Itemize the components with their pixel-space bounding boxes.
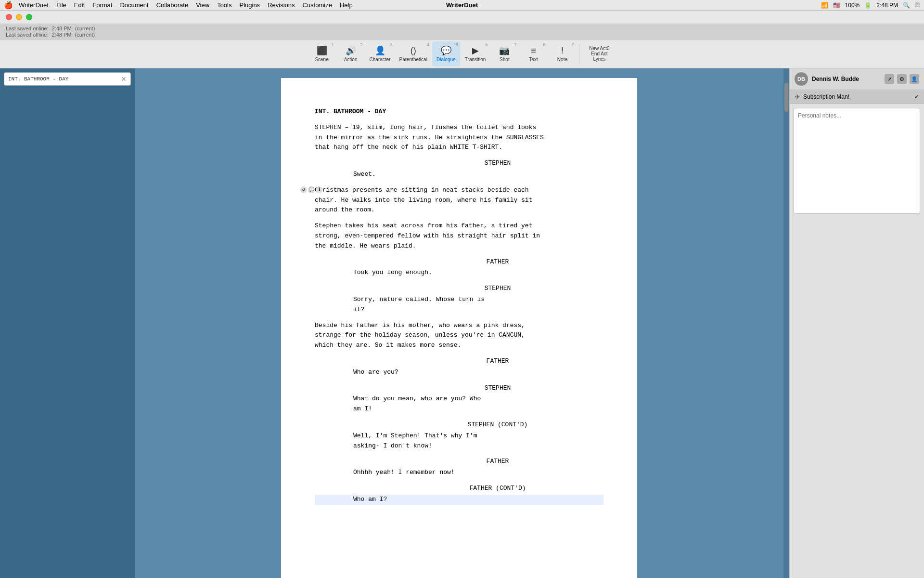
edit-icon-1[interactable]: ↺: [300, 186, 307, 193]
title-bar: 🍎 WriterDuetFileEditFormatDocumentCollab…: [0, 0, 924, 11]
transition-icon: ▶: [472, 45, 479, 56]
minimize-button[interactable]: [16, 14, 22, 20]
character-stephen-2: STEPHEN: [315, 284, 603, 294]
share-icon[interactable]: ↗: [885, 74, 894, 84]
character-father-1: FATHER: [315, 257, 603, 267]
window-title: WriterDuet: [446, 1, 478, 9]
profile-icon[interactable]: 👤: [910, 74, 919, 84]
parenthetical-icon: (): [411, 46, 416, 56]
script-scrollbar[interactable]: [783, 68, 789, 578]
menu-item-file[interactable]: File: [56, 1, 66, 9]
toolbar: 1 ⬛ Scene 2 🔊 Action 3 👤 Character 4 () …: [0, 39, 924, 68]
shot-icon: 📷: [499, 45, 510, 56]
menu-icon[interactable]: ☰: [915, 2, 920, 9]
close-button[interactable]: [6, 14, 12, 20]
subscription-icon: ✈: [795, 93, 800, 101]
toolbar-dialogue[interactable]: 5 💬 Dialogue: [432, 41, 460, 66]
menu-item-help[interactable]: Help: [340, 1, 353, 9]
language-icon: 🇺🇸: [833, 2, 840, 9]
save-bar: Last saved online: 2:48 PM (current) Las…: [0, 24, 924, 39]
toolbar-new-act[interactable]: New Act0 End Act Lyrics: [582, 41, 616, 66]
character-father-2: FATHER: [315, 356, 603, 367]
left-sidebar: INT. BATHROOM - DAY ✕: [0, 68, 135, 578]
time-display: 2:48 PM: [876, 2, 898, 9]
edit-icons: ↺ 💬 ℹ: [300, 186, 322, 193]
title-bar-right: 📶 🇺🇸 100% 🔋 2:48 PM 🔍 ☰: [821, 2, 920, 9]
battery-pct: 100%: [845, 2, 860, 9]
dialogue-father-contd-highlight: Who am I?: [315, 495, 603, 505]
apple-menu[interactable]: 🍎: [4, 1, 13, 10]
action-block-1: STEPHEN – 19, slim, long hair, flushes t…: [315, 123, 603, 153]
toolbar-note[interactable]: 9 ! Note: [548, 41, 576, 66]
notes-area[interactable]: [790, 104, 924, 578]
text-icon: ≡: [531, 46, 536, 56]
dialogue-stephen-2: Sorry, nature called. Whose turn isit?: [315, 295, 603, 315]
menu-item-tools[interactable]: Tools: [217, 1, 231, 9]
edit-icon-2[interactable]: 💬: [308, 186, 315, 193]
script-area[interactable]: INT. BATHROOM - DAY STEPHEN – 19, slim, …: [135, 68, 783, 578]
menu-item-format[interactable]: Format: [92, 1, 112, 9]
scene-search[interactable]: INT. BATHROOM - DAY ✕: [4, 72, 131, 86]
dialogue-stephen-3: What do you mean, who are you? Whoam I!: [315, 394, 603, 414]
toolbar-transition[interactable]: 6 ▶ Transition: [461, 41, 490, 66]
menu-item-document[interactable]: Document: [120, 1, 148, 9]
scene-icon: ⬛: [317, 45, 327, 56]
traffic-lights: [6, 14, 32, 20]
character-stephen-1: STEPHEN: [315, 158, 603, 169]
right-header-icons: ↗ ⚙ 👤: [885, 74, 919, 84]
menu-item-view[interactable]: View: [196, 1, 209, 9]
scene-heading: INT. BATHROOM - DAY: [315, 107, 603, 117]
toolbar-shot[interactable]: 7 📷 Shot: [490, 41, 518, 66]
toolbar-separator: [579, 44, 579, 64]
menu-item-plugins[interactable]: Plugins: [239, 1, 260, 9]
dialogue-father-1: Took you long enough.: [315, 268, 603, 278]
dialogue-father-2: Who are you?: [315, 368, 603, 378]
main-layout: INT. BATHROOM - DAY ✕ INT. BATHROOM - DA…: [0, 68, 924, 578]
action-block-2: Christmas presents are sitting in neat s…: [315, 185, 603, 215]
menu-bar: WriterDuetFileEditFormatDocumentCollabor…: [19, 1, 353, 9]
battery-icon: 🔋: [864, 2, 872, 9]
notes-textarea[interactable]: [794, 108, 920, 214]
online-save-status: Last saved online: 2:48 PM (current): [6, 26, 95, 31]
menu-item-collaborate[interactable]: Collaborate: [156, 1, 189, 9]
action-block-4: Beside his father is his mother, who wea…: [315, 321, 603, 351]
offline-save-status: Last saved offline: 2:48 PM (current): [6, 32, 95, 38]
menu-item-revisions[interactable]: Revisions: [268, 1, 295, 9]
right-panel: DB Dennis W. Budde ↗ ⚙ 👤 ✈ Subscription …: [789, 68, 924, 578]
dialogue-icon: 💬: [441, 45, 451, 56]
action-block-3: Stephen takes his seat across from his f…: [315, 221, 603, 251]
dialogue-stephen-contd: Well, I'm Stephen! That's why I'masking-…: [315, 431, 603, 451]
character-stephen-3: STEPHEN: [315, 383, 603, 394]
settings-icon[interactable]: ⚙: [897, 74, 907, 84]
search-icon[interactable]: 🔍: [903, 2, 910, 9]
script-page[interactable]: INT. BATHROOM - DAY STEPHEN – 19, slim, …: [281, 78, 637, 578]
dialogue-father-3: Ohhhh yeah! I remember now!: [315, 468, 603, 478]
subscription-checkmark: ✓: [914, 93, 919, 100]
subscription-bar[interactable]: ✈ Subscription Man! ✓: [790, 90, 924, 104]
window-chrome: [0, 11, 924, 24]
character-father-contd: FATHER (CONT'D): [315, 484, 603, 494]
note-icon: !: [561, 46, 564, 56]
menu-item-edit[interactable]: Edit: [74, 1, 85, 9]
dialogue-sweet: Sweet.: [315, 170, 603, 180]
toolbar-action[interactable]: 2 🔊 Action: [337, 41, 365, 66]
character-icon: 👤: [375, 45, 385, 56]
action-block-2-wrapper: ↺ 💬 ℹ Christmas presents are sitting in …: [315, 185, 603, 215]
toolbar-character[interactable]: 3 👤 Character: [366, 41, 395, 66]
character-stephen-contd: STEPHEN (CONT'D): [315, 420, 603, 430]
user-avatar: DB: [795, 72, 808, 86]
toolbar-parenthetical[interactable]: 4 () Parenthetical: [395, 41, 431, 66]
wifi-icon: 📶: [821, 2, 828, 9]
scene-search-text: INT. BATHROOM - DAY: [8, 76, 68, 82]
maximize-button[interactable]: [26, 14, 32, 20]
toolbar-scene[interactable]: 1 ⬛ Scene: [308, 41, 336, 66]
character-father-3: FATHER: [315, 457, 603, 467]
save-info: Last saved online: 2:48 PM (current) Las…: [6, 26, 95, 38]
action-icon: 🔊: [346, 45, 356, 56]
menu-item-customize[interactable]: Customize: [302, 1, 332, 9]
right-panel-header: DB Dennis W. Budde ↗ ⚙ 👤: [790, 68, 924, 90]
toolbar-text[interactable]: 8 ≡ Text: [519, 41, 547, 66]
scene-search-close[interactable]: ✕: [121, 75, 127, 83]
edit-icon-3[interactable]: ℹ: [316, 186, 322, 193]
menu-item-writerduet[interactable]: WriterDuet: [19, 1, 49, 9]
